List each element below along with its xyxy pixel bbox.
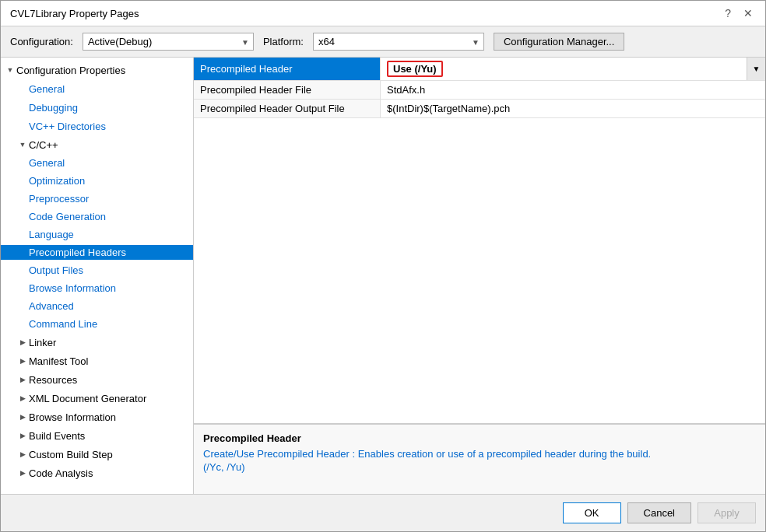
title-bar-buttons: ? ✕ [722, 7, 756, 19]
config-label: Configuration: [10, 36, 73, 47]
expand-icon-xml-doc: ▶ [16, 392, 29, 404]
expand-icon-linker: ▶ [16, 336, 29, 348]
expand-icon-code-analysis: ▶ [16, 467, 29, 479]
sidebar-link-cpp-general[interactable]: General [29, 157, 65, 169]
sidebar-item-language[interactable]: Language [1, 226, 193, 243]
sidebar-link-debugging[interactable]: Debugging [29, 102, 78, 114]
sidebar-link-vcpp-dirs[interactable]: VC++ Directories [29, 121, 106, 132]
sidebar-item-cpp-general[interactable]: General [1, 154, 193, 172]
sidebar-item-advanced[interactable]: Advanced [1, 297, 193, 315]
description-title: Precompiled Header [203, 432, 756, 444]
config-select[interactable]: Active(Debug) [83, 33, 254, 51]
expand-icon-manifest-tool: ▶ [16, 355, 29, 367]
sidebar-item-optimization[interactable]: Optimization [1, 172, 193, 190]
prop-value-text-precompiled-header: Use (/Yu) [387, 61, 443, 77]
prop-row-precompiled-header-file[interactable]: Precompiled Header File StdAfx.h [194, 81, 765, 100]
platform-select-wrapper[interactable]: x64 ▼ [313, 33, 484, 51]
description-extra: (/Yc, /Yu) [203, 461, 756, 473]
sidebar-item-general[interactable]: General [1, 79, 193, 98]
right-panel: Precompiled Header Use (/Yu) ▼ Precompil… [194, 58, 765, 494]
sidebar-label-manifest-tool: Manifest Tool [29, 355, 88, 367]
sidebar-label-browse-info: Browse Information [29, 411, 116, 423]
sidebar-link-code-gen[interactable]: Code Generation [29, 211, 106, 222]
platform-label: Platform: [263, 36, 304, 47]
sidebar-label-linker: Linker [29, 337, 56, 348]
sidebar-item-command-line[interactable]: Command Line [1, 315, 193, 333]
sidebar-item-config-props[interactable]: ▼ Configuration Properties [1, 61, 193, 79]
sidebar-link-browse-info-cpp[interactable]: Browse Information [29, 282, 116, 294]
sidebar-item-precompiled-headers[interactable]: Precompiled Headers [1, 243, 193, 261]
prop-row-precompiled-header-output[interactable]: Precompiled Header Output File $(IntDir)… [194, 100, 765, 118]
sidebar-item-manifest-tool[interactable]: ▶ Manifest Tool [1, 352, 193, 370]
main-content: ▼ Configuration Properties General Debug… [1, 58, 765, 494]
expand-icon-vcpp-dirs [16, 120, 29, 132]
sidebar: ▼ Configuration Properties General Debug… [1, 58, 194, 494]
sidebar-item-debugging[interactable]: Debugging [1, 98, 193, 117]
expand-icon-config-props: ▼ [4, 64, 16, 76]
platform-select[interactable]: x64 [313, 33, 484, 51]
config-select-wrapper[interactable]: Active(Debug) ▼ [83, 33, 254, 51]
sidebar-link-language[interactable]: Language [29, 229, 74, 240]
sidebar-link-preprocessor[interactable]: Preprocessor [29, 193, 89, 205]
sidebar-item-preprocessor[interactable]: Preprocessor [1, 190, 193, 208]
sidebar-link-output-files[interactable]: Output Files [29, 264, 83, 276]
sidebar-link-advanced[interactable]: Advanced [29, 300, 74, 312]
sidebar-link-optimization[interactable]: Optimization [29, 175, 85, 187]
property-pages-dialog: CVL7Library Property Pages ? ✕ Configura… [0, 0, 766, 532]
prop-name-precompiled-header-file: Precompiled Header File [194, 81, 381, 99]
prop-dropdown-arrow[interactable]: ▼ [747, 58, 765, 80]
sidebar-item-xml-doc[interactable]: ▶ XML Document Generator [1, 389, 193, 408]
expand-icon-build-events: ▶ [16, 429, 29, 442]
prop-value-precompiled-header-file: StdAfx.h [381, 81, 765, 99]
description-panel: Precompiled Header Create/Use Precompile… [194, 424, 765, 494]
sidebar-link-precompiled-headers[interactable]: Precompiled Headers [29, 247, 126, 258]
prop-name-precompiled-header-output: Precompiled Header Output File [194, 100, 381, 117]
config-manager-button[interactable]: Configuration Manager... [494, 33, 624, 51]
property-grid: Precompiled Header Use (/Yu) ▼ Precompil… [194, 58, 765, 424]
sidebar-label-xml-doc: XML Document Generator [29, 393, 146, 404]
sidebar-item-output-files[interactable]: Output Files [1, 261, 193, 279]
sidebar-item-cpp[interactable]: ▼ C/C++ [1, 135, 193, 154]
cancel-button[interactable]: Cancel [627, 502, 691, 523]
sidebar-item-custom-build[interactable]: ▶ Custom Build Step [1, 445, 193, 464]
sidebar-item-vcpp-dirs[interactable]: VC++ Directories [1, 117, 193, 135]
prop-name-precompiled-header: Precompiled Header [194, 58, 381, 80]
sidebar-label-code-analysis: Code Analysis [29, 467, 93, 479]
sidebar-item-build-events[interactable]: ▶ Build Events [1, 426, 193, 445]
prop-value-precompiled-header[interactable]: Use (/Yu) ▼ [381, 58, 765, 80]
help-button[interactable]: ? [722, 7, 734, 19]
expand-icon-cpp: ▼ [16, 138, 29, 151]
config-bar: Configuration: Active(Debug) ▼ Platform:… [1, 26, 765, 58]
sidebar-link-command-line[interactable]: Command Line [29, 318, 97, 330]
dialog-title: CVL7Library Property Pages [10, 8, 139, 19]
expand-icon-general [16, 82, 29, 95]
sidebar-label-resources: Resources [29, 374, 77, 386]
title-bar: CVL7Library Property Pages ? ✕ [1, 1, 765, 26]
sidebar-item-browse-info[interactable]: ▶ Browse Information [1, 408, 193, 426]
sidebar-item-browse-info-cpp[interactable]: Browse Information [1, 279, 193, 297]
sidebar-item-resources[interactable]: ▶ Resources [1, 370, 193, 389]
expand-icon-resources: ▶ [16, 373, 29, 386]
apply-button[interactable]: Apply [697, 502, 756, 523]
expand-icon-custom-build: ▶ [16, 448, 29, 460]
prop-value-precompiled-header-output: $(IntDir)$(TargetName).pch [381, 100, 765, 117]
close-button[interactable]: ✕ [740, 7, 756, 19]
description-text: Create/Use Precompiled Header : Enables … [203, 447, 756, 461]
sidebar-link-general[interactable]: General [29, 83, 65, 95]
sidebar-label-config-props: Configuration Properties [16, 65, 125, 76]
sidebar-label-custom-build: Custom Build Step [29, 449, 113, 460]
expand-icon-browse-info: ▶ [16, 411, 29, 423]
prop-row-precompiled-header[interactable]: Precompiled Header Use (/Yu) ▼ [194, 58, 765, 81]
sidebar-item-linker[interactable]: ▶ Linker [1, 333, 193, 352]
button-bar: OK Cancel Apply [1, 494, 765, 531]
expand-icon-debugging [16, 101, 29, 114]
sidebar-item-code-analysis[interactable]: ▶ Code Analysis [1, 464, 193, 482]
sidebar-label-build-events: Build Events [29, 430, 85, 442]
sidebar-label-cpp: C/C++ [29, 139, 58, 151]
sidebar-item-code-gen[interactable]: Code Generation [1, 208, 193, 226]
ok-button[interactable]: OK [563, 502, 621, 523]
